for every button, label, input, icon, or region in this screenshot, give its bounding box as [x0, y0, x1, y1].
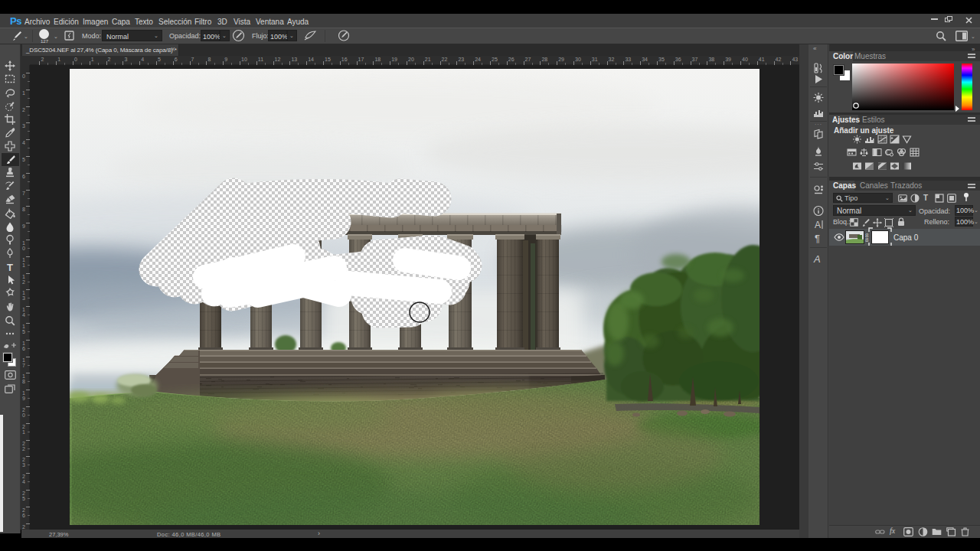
svg-text:A: A — [815, 220, 821, 230]
svg-text:A: A — [813, 253, 821, 265]
svg-text:T: T — [7, 262, 13, 272]
svg-text:¶: ¶ — [815, 233, 820, 244]
